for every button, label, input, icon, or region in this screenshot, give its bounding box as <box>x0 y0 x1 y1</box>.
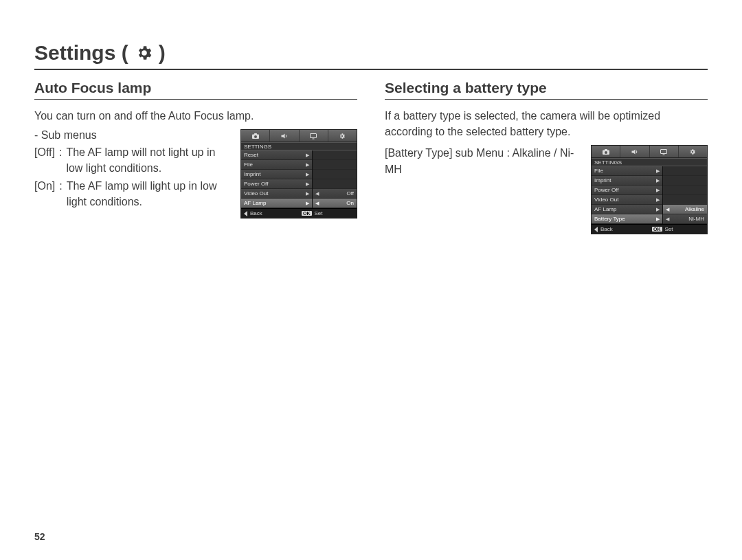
menu-item: Power Off▶ <box>241 179 312 189</box>
menu-item-label: Battery Type <box>594 216 625 222</box>
menu-sub-label: On <box>346 200 354 206</box>
menu-sublist: ◀Off ◀On <box>313 150 357 208</box>
chevron-right-icon: ▶ <box>306 172 309 177</box>
menu-item-label: Power Off <box>244 181 268 187</box>
menu-item: Power Off▶ <box>592 186 662 195</box>
chevron-right-icon: ▶ <box>306 162 309 168</box>
svg-point-2 <box>254 135 257 138</box>
chevron-right-icon: ▶ <box>656 178 660 183</box>
menu-item-label: Imprint <box>244 171 260 177</box>
title-prefix: Settings ( <box>34 41 128 65</box>
page-title: Settings ( ) <box>34 41 708 70</box>
menu-item-label: Video Out <box>594 197 618 203</box>
menu-sub-empty <box>313 170 357 179</box>
definition-on: [On] : The AF lamp will light up in low … <box>34 178 229 210</box>
menu-header-label: SETTINGS <box>594 159 622 166</box>
menu-sub-label: Ni-MH <box>688 216 704 222</box>
svg-point-8 <box>605 151 607 154</box>
page-number: 52 <box>34 531 45 542</box>
sound-tab-icon <box>270 130 299 142</box>
menu-item-label: File <box>594 168 603 174</box>
def-sep: : <box>55 178 66 210</box>
menu-sub-label: Off <box>346 190 354 197</box>
camera-tab-icon <box>592 146 620 157</box>
menu-item: Imprint▶ <box>241 170 312 179</box>
menu-tabs <box>592 146 707 158</box>
section-heading: Selecting a battery type <box>385 80 708 100</box>
svg-rect-1 <box>254 133 257 135</box>
chevron-right-icon: ▶ <box>656 207 660 212</box>
camera-tab-icon <box>241 130 270 142</box>
display-tab-icon <box>650 146 679 157</box>
section-intro: You can turn on and off the Auto Focus l… <box>34 108 357 124</box>
menu-header-label: SETTINGS <box>244 144 271 150</box>
menu-item-label: Video Out <box>244 190 268 197</box>
camera-menu-af-lamp: SETTINGS Reset▶ File▶ Imprint▶ Power Off… <box>240 129 357 219</box>
menu-footer: Back OKSet <box>592 224 707 234</box>
chevron-right-icon: ▶ <box>656 197 660 203</box>
menu-tabs <box>241 130 357 142</box>
menu-item-selected: Battery Type▶ <box>592 214 662 224</box>
columns: Auto Focus lamp You can turn on and off … <box>34 80 708 234</box>
menu-sub-empty <box>663 186 707 195</box>
menu-list: Reset▶ File▶ Imprint▶ Power Off▶ Video O… <box>241 150 313 208</box>
menu-sub-empty <box>313 179 357 189</box>
menu-sub-empty <box>663 176 707 186</box>
chevron-right-icon: ▶ <box>306 201 309 206</box>
svg-rect-4 <box>311 133 317 137</box>
sound-tab-icon <box>620 146 649 157</box>
settings-tab-icon <box>679 146 707 157</box>
back-icon <box>244 211 247 216</box>
chevron-right-icon: ▶ <box>656 188 660 193</box>
ok-badge: OK <box>302 211 312 216</box>
menu-item-label: File <box>244 161 253 168</box>
menu-item-label: Power Off <box>594 187 618 193</box>
menu-sub-item-selected: ◀Alkaline <box>663 205 707 214</box>
ok-badge: OK <box>652 227 662 232</box>
menu-sub-empty <box>663 166 707 176</box>
menu-list: File▶ Imprint▶ Power Off▶ Video Out▶ AF … <box>592 166 663 224</box>
menu-item: File▶ <box>592 166 662 176</box>
menu-item: AF Lamp▶ <box>592 205 662 214</box>
section-battery-type: Selecting a battery type If a battery ty… <box>385 80 708 234</box>
manual-page: Settings ( ) Auto Focus lamp You can tur… <box>0 0 742 560</box>
svg-marker-9 <box>631 149 635 154</box>
menu-item-selected: AF Lamp▶ <box>241 199 312 208</box>
chevron-right-icon: ▶ <box>306 153 309 158</box>
chevron-right-icon: ▶ <box>656 216 660 222</box>
menu-sub-empty <box>313 160 357 170</box>
settings-tab-icon <box>328 130 357 142</box>
svg-rect-10 <box>661 149 667 153</box>
chevron-left-icon: ◀ <box>315 201 319 206</box>
chevron-right-icon: ▶ <box>656 168 660 174</box>
footer-back-label: Back <box>600 226 613 232</box>
chevron-left-icon: ◀ <box>315 191 319 197</box>
menu-item: Video Out▶ <box>241 189 312 199</box>
submenu-info: [Battery Type] sub Menu : Alkaline / Ni-… <box>385 145 580 177</box>
display-tab-icon <box>300 130 328 142</box>
menu-header: SETTINGS <box>592 158 707 166</box>
menu-sub-item-selected: ◀On <box>313 199 357 208</box>
def-sep: : <box>55 144 66 176</box>
def-key: [On] <box>34 178 55 210</box>
def-value: The AF lamp will light up in low light c… <box>67 178 229 210</box>
section-auto-focus-lamp: Auto Focus lamp You can turn on and off … <box>34 80 357 234</box>
menu-footer: Back OKSet <box>241 208 357 218</box>
menu-sublist: ◀Alkaline ◀Ni-MH <box>663 166 707 224</box>
menu-item-label: Imprint <box>594 177 611 183</box>
menu-sub-item: ◀Off <box>313 189 357 199</box>
menu-item: File▶ <box>241 160 312 170</box>
footer-set-label: Set <box>315 210 323 216</box>
chevron-right-icon: ▶ <box>306 191 309 197</box>
menu-item: Video Out▶ <box>592 195 662 205</box>
def-key: [Off] <box>34 144 55 176</box>
chevron-right-icon: ▶ <box>306 181 309 187</box>
section-intro: If a battery type is selected, the camer… <box>385 108 708 139</box>
menu-sub-empty <box>663 195 707 205</box>
gear-icon <box>135 44 153 62</box>
submenus-label: - Sub menus <box>34 129 229 142</box>
menu-item-label: AF Lamp <box>594 206 616 212</box>
chevron-left-icon: ◀ <box>666 207 669 212</box>
menu-sub-label: Alkaline <box>685 206 704 212</box>
definition-off: [Off] : The AF lamp will not light up in… <box>34 144 229 176</box>
